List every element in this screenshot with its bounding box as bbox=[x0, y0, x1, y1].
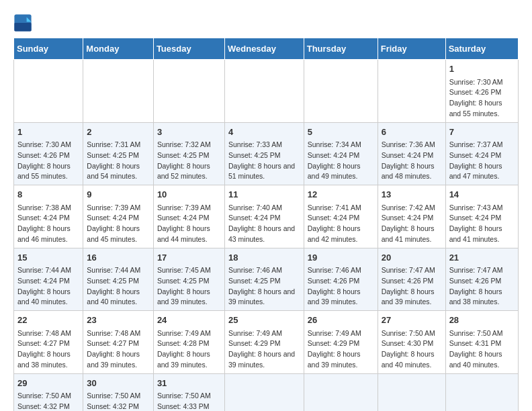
calendar-cell: 26Sunrise: 7:49 AMSunset: 4:29 PMDayligh… bbox=[304, 311, 378, 374]
cell-content: Sunrise: 7:44 AMSunset: 4:25 PMDaylight:… bbox=[87, 265, 150, 308]
cell-content: Sunrise: 7:49 AMSunset: 4:29 PMDaylight:… bbox=[228, 328, 300, 371]
column-header-wednesday: Wednesday bbox=[224, 38, 304, 60]
calendar-cell: 18Sunrise: 7:46 AMSunset: 4:25 PMDayligh… bbox=[224, 248, 304, 311]
cell-content: Sunrise: 7:44 AMSunset: 4:24 PMDaylight:… bbox=[17, 265, 79, 308]
day-number: 20 bbox=[382, 251, 442, 265]
calendar-cell bbox=[378, 373, 445, 411]
calendar-cell: 19Sunrise: 7:46 AMSunset: 4:26 PMDayligh… bbox=[304, 248, 378, 311]
day-number: 15 bbox=[17, 251, 79, 265]
day-number: 14 bbox=[449, 188, 515, 201]
day-number: 25 bbox=[228, 314, 300, 327]
cell-content: Sunrise: 7:39 AMSunset: 4:24 PMDaylight:… bbox=[87, 203, 150, 245]
page-header bbox=[13, 13, 519, 32]
cell-content: Sunrise: 7:45 AMSunset: 4:25 PMDaylight:… bbox=[157, 265, 221, 308]
cell-content: Sunrise: 7:50 AMSunset: 4:31 PMDaylight:… bbox=[449, 328, 515, 371]
calendar-cell: 20Sunrise: 7:47 AMSunset: 4:26 PMDayligh… bbox=[378, 248, 445, 311]
day-number: 8 bbox=[17, 188, 79, 201]
cell-content: Sunrise: 7:30 AMSunset: 4:26 PMDaylight:… bbox=[17, 140, 79, 182]
cell-content: Sunrise: 7:47 AMSunset: 4:26 PMDaylight:… bbox=[382, 265, 442, 308]
calendar-cell: 11Sunrise: 7:40 AMSunset: 4:24 PMDayligh… bbox=[224, 185, 304, 248]
cell-content: Sunrise: 7:48 AMSunset: 4:27 PMDaylight:… bbox=[17, 328, 79, 371]
day-number: 2 bbox=[87, 126, 150, 139]
calendar-cell: 27Sunrise: 7:50 AMSunset: 4:30 PMDayligh… bbox=[378, 311, 445, 374]
svg-rect-2 bbox=[14, 23, 31, 32]
cell-content: Sunrise: 7:32 AMSunset: 4:25 PMDaylight:… bbox=[157, 140, 221, 182]
day-number: 29 bbox=[17, 377, 79, 390]
calendar-cell: 1Sunrise: 7:30 AMSunset: 4:26 PMDaylight… bbox=[445, 60, 518, 123]
day-number: 13 bbox=[382, 188, 442, 201]
day-number: 21 bbox=[449, 251, 515, 265]
cell-content: Sunrise: 7:33 AMSunset: 4:25 PMDaylight:… bbox=[228, 140, 300, 182]
cell-content: Sunrise: 7:31 AMSunset: 4:25 PMDaylight:… bbox=[87, 140, 150, 182]
day-number: 24 bbox=[157, 314, 221, 327]
calendar-cell: 10Sunrise: 7:39 AMSunset: 4:24 PMDayligh… bbox=[153, 185, 224, 248]
calendar-cell bbox=[445, 373, 518, 411]
cell-content: Sunrise: 7:50 AMSunset: 4:30 PMDaylight:… bbox=[382, 328, 442, 371]
calendar-cell: 17Sunrise: 7:45 AMSunset: 4:25 PMDayligh… bbox=[153, 248, 224, 311]
cell-content: Sunrise: 7:41 AMSunset: 4:24 PMDaylight:… bbox=[308, 203, 374, 245]
calendar-cell: 30Sunrise: 7:50 AMSunset: 4:32 PMDayligh… bbox=[83, 373, 154, 411]
day-number: 18 bbox=[228, 251, 300, 265]
day-number: 23 bbox=[87, 314, 150, 327]
cell-content: Sunrise: 7:39 AMSunset: 4:24 PMDaylight:… bbox=[157, 203, 221, 245]
day-number: 10 bbox=[157, 188, 221, 201]
day-number: 11 bbox=[228, 188, 300, 201]
calendar-cell bbox=[14, 60, 83, 123]
day-number: 12 bbox=[308, 188, 374, 201]
day-number: 6 bbox=[382, 126, 442, 139]
calendar-cell bbox=[304, 60, 378, 123]
cell-content: Sunrise: 7:38 AMSunset: 4:24 PMDaylight:… bbox=[17, 203, 79, 245]
calendar-cell bbox=[83, 60, 154, 123]
cell-content: Sunrise: 7:36 AMSunset: 4:24 PMDaylight:… bbox=[382, 140, 442, 182]
calendar-cell: 9Sunrise: 7:39 AMSunset: 4:24 PMDaylight… bbox=[83, 185, 154, 248]
cell-content: Sunrise: 7:50 AMSunset: 4:32 PMDaylight:… bbox=[17, 391, 79, 411]
column-header-friday: Friday bbox=[378, 38, 445, 60]
day-number: 1 bbox=[17, 126, 79, 139]
calendar-table: SundayMondayTuesdayWednesdayThursdayFrid… bbox=[13, 38, 519, 411]
cell-content: Sunrise: 7:40 AMSunset: 4:24 PMDaylight:… bbox=[228, 203, 300, 245]
day-number: 19 bbox=[308, 251, 374, 265]
day-number: 9 bbox=[87, 188, 150, 201]
calendar-cell: 25Sunrise: 7:49 AMSunset: 4:29 PMDayligh… bbox=[224, 311, 304, 374]
calendar-cell: 31Sunrise: 7:50 AMSunset: 4:33 PMDayligh… bbox=[153, 373, 224, 411]
calendar-cell: 3Sunrise: 7:32 AMSunset: 4:25 PMDaylight… bbox=[153, 122, 224, 185]
calendar-cell bbox=[224, 60, 304, 123]
column-header-saturday: Saturday bbox=[445, 38, 518, 60]
cell-content: Sunrise: 7:37 AMSunset: 4:24 PMDaylight:… bbox=[449, 140, 515, 182]
cell-content: Sunrise: 7:42 AMSunset: 4:24 PMDaylight:… bbox=[382, 203, 442, 245]
column-header-thursday: Thursday bbox=[304, 38, 378, 60]
cell-content: Sunrise: 7:46 AMSunset: 4:26 PMDaylight:… bbox=[308, 265, 374, 308]
cell-content: Sunrise: 7:34 AMSunset: 4:24 PMDaylight:… bbox=[308, 140, 374, 182]
calendar-cell: 29Sunrise: 7:50 AMSunset: 4:32 PMDayligh… bbox=[14, 373, 83, 411]
column-header-tuesday: Tuesday bbox=[153, 38, 224, 60]
calendar-cell: 28Sunrise: 7:50 AMSunset: 4:31 PMDayligh… bbox=[445, 311, 518, 374]
logo-icon bbox=[13, 13, 32, 32]
cell-content: Sunrise: 7:46 AMSunset: 4:25 PMDaylight:… bbox=[228, 265, 300, 308]
cell-content: Sunrise: 7:50 AMSunset: 4:32 PMDaylight:… bbox=[87, 391, 150, 411]
calendar-cell: 2Sunrise: 7:31 AMSunset: 4:25 PMDaylight… bbox=[83, 122, 154, 185]
day-number: 3 bbox=[157, 126, 221, 139]
calendar-cell: 24Sunrise: 7:49 AMSunset: 4:28 PMDayligh… bbox=[153, 311, 224, 374]
calendar-cell: 23Sunrise: 7:48 AMSunset: 4:27 PMDayligh… bbox=[83, 311, 154, 374]
cell-content: Sunrise: 7:30 AMSunset: 4:26 PMDaylight:… bbox=[449, 77, 515, 120]
cell-content: Sunrise: 7:47 AMSunset: 4:26 PMDaylight:… bbox=[449, 265, 515, 308]
cell-content: Sunrise: 7:50 AMSunset: 4:33 PMDaylight:… bbox=[157, 391, 221, 411]
day-number: 5 bbox=[308, 126, 374, 139]
calendar-cell: 21Sunrise: 7:47 AMSunset: 4:26 PMDayligh… bbox=[445, 248, 518, 311]
day-number: 22 bbox=[17, 314, 79, 327]
logo bbox=[13, 13, 35, 32]
calendar-cell: 13Sunrise: 7:42 AMSunset: 4:24 PMDayligh… bbox=[378, 185, 445, 248]
calendar-cell: 1Sunrise: 7:30 AMSunset: 4:26 PMDaylight… bbox=[14, 122, 83, 185]
day-number: 31 bbox=[157, 377, 221, 390]
calendar-cell: 6Sunrise: 7:36 AMSunset: 4:24 PMDaylight… bbox=[378, 122, 445, 185]
day-number: 17 bbox=[157, 251, 221, 265]
calendar-cell: 12Sunrise: 7:41 AMSunset: 4:24 PMDayligh… bbox=[304, 185, 378, 248]
calendar-cell: 7Sunrise: 7:37 AMSunset: 4:24 PMDaylight… bbox=[445, 122, 518, 185]
calendar-cell bbox=[304, 373, 378, 411]
calendar-cell bbox=[224, 373, 304, 411]
calendar-cell: 4Sunrise: 7:33 AMSunset: 4:25 PMDaylight… bbox=[224, 122, 304, 185]
calendar-cell: 15Sunrise: 7:44 AMSunset: 4:24 PMDayligh… bbox=[14, 248, 83, 311]
calendar-cell: 8Sunrise: 7:38 AMSunset: 4:24 PMDaylight… bbox=[14, 185, 83, 248]
day-number: 26 bbox=[308, 314, 374, 327]
cell-content: Sunrise: 7:49 AMSunset: 4:29 PMDaylight:… bbox=[308, 328, 374, 371]
